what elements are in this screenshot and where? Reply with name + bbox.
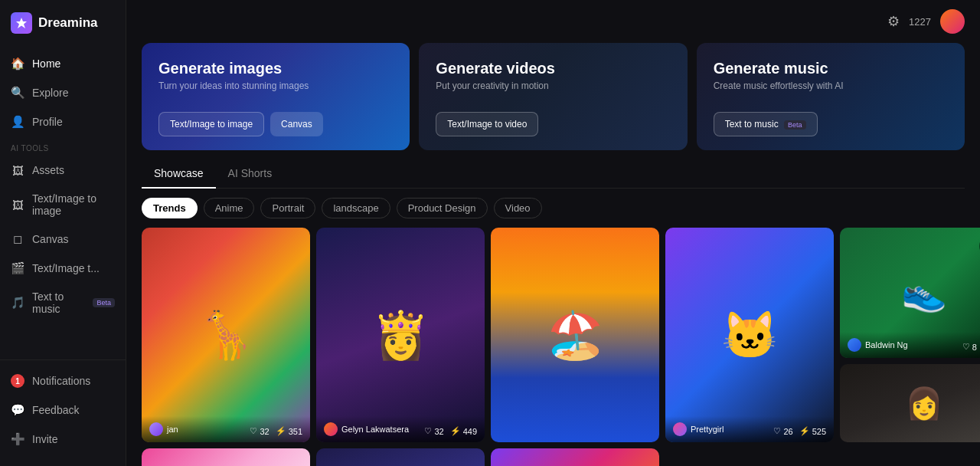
sidebar-item-text-video[interactable]: 🎬 Text/Image t...: [0, 254, 126, 283]
item-stats-sneaker: ♡ 8 ⚡ 1: [962, 342, 980, 352]
sidebar-item-text-music[interactable]: 🎵 Text to music Beta: [0, 283, 126, 323]
gallery-item-mushroom[interactable]: 🍄: [491, 448, 659, 466]
generate-images-buttons: Text/Image to image Canvas: [158, 112, 393, 136]
remixes-cat: ⚡ 525: [799, 426, 826, 436]
sidebar-bottom: 1 Notifications 💬 Feedback ➕ Invite: [0, 359, 126, 460]
generate-images-card: Generate images Turn your ideas into stu…: [142, 43, 410, 150]
gallery-grid: 🦒 jan ♡ 32 ⚡ 351 👸: [142, 228, 965, 466]
text-video-icon: 🎬: [11, 261, 24, 275]
gallery-item-pink[interactable]: 🟣: [142, 448, 310, 466]
item-overlay-sneaker: Baldwin Ng ♡ 8 ⚡ 1: [840, 332, 980, 358]
sidebar-item-text-image-label: Text/Image to image: [32, 192, 115, 217]
item-overlay-giraffe: jan ♡ 32 ⚡ 351: [142, 416, 310, 442]
tabs-area: Showcase AI Shorts Trends Anime Portrait…: [126, 162, 980, 228]
text-image-to-video-button[interactable]: Text/Image to video: [436, 112, 538, 136]
logo[interactable]: Dreamina: [0, 0, 126, 49]
sidebar: Dreamina 🏠 Home 🔍 Explore 👤 Profile AI t…: [0, 0, 126, 466]
assets-icon: 🖼: [11, 163, 24, 177]
ai-tools-section-label: AI tools: [0, 136, 126, 156]
likes-cat: ♡ 26: [773, 426, 792, 436]
filter-portrait[interactable]: Portrait: [260, 198, 315, 218]
item-overlay-cat: Prettygirl ♡ 26 ⚡ 525: [665, 416, 834, 442]
item-stats-giraffe: ♡ 32 ⚡ 351: [250, 426, 302, 436]
text-to-music-button[interactable]: Text to music Beta: [714, 112, 818, 136]
sidebar-item-home[interactable]: 🏠 Home: [0, 49, 126, 78]
sidebar-item-notifications[interactable]: 1 Notifications: [0, 366, 126, 395]
generate-videos-desc: Put your creativity in motion: [436, 80, 670, 91]
sidebar-item-invite[interactable]: ➕ Invite: [0, 425, 126, 454]
author-name-jan: jan: [167, 425, 178, 434]
author-name-gelyn: Gelyn Lakwatsera: [341, 425, 409, 434]
music-beta-badge: Beta: [784, 120, 806, 130]
gallery-item-giraffe[interactable]: 🦒 jan ♡ 32 ⚡ 351: [142, 228, 310, 442]
text-image-icon: 🖼: [11, 198, 24, 212]
gallery-col5: 👟 ▶ Baldwin Ng ♡ 8 ⚡ 1 👩: [840, 228, 980, 442]
sidebar-item-assets[interactable]: 🖼 Assets: [0, 156, 126, 185]
settings-icon[interactable]: ⚙: [887, 13, 900, 30]
tab-ai-shorts[interactable]: AI Shorts: [216, 162, 285, 189]
hero-cards-section: Generate images Turn your ideas into stu…: [126, 43, 980, 162]
item-author-prettygirl: Prettygirl: [673, 422, 724, 436]
item-author-giraffe: jan: [149, 422, 178, 436]
user-avatar[interactable]: [940, 9, 965, 34]
generate-music-desc: Create music effortlessly with AI: [714, 80, 948, 91]
author-avatar-baldwin: [848, 338, 861, 352]
gallery: 🦒 jan ♡ 32 ⚡ 351 👸: [126, 228, 980, 466]
sidebar-navigation: 🏠 Home 🔍 Explore 👤 Profile AI tools 🖼 As…: [0, 49, 126, 466]
sidebar-item-canvas[interactable]: ◻ Canvas: [0, 225, 126, 254]
filter-anime[interactable]: Anime: [204, 198, 255, 218]
author-avatar-gelyn: [324, 422, 338, 436]
tab-showcase[interactable]: Showcase: [142, 162, 216, 189]
notification-count: 1227: [909, 16, 931, 28]
logo-icon: [11, 12, 32, 34]
filter-pills: Trends Anime Portrait landscape Product …: [142, 198, 965, 218]
generate-music-card: Generate music Create music effortlessly…: [697, 43, 965, 150]
sidebar-item-profile-label: Profile: [32, 116, 63, 128]
generate-music-buttons: Text to music Beta: [714, 112, 948, 136]
invite-icon: ➕: [11, 432, 24, 446]
filter-video[interactable]: Video: [494, 198, 542, 218]
generate-images-desc: Turn your ideas into stunning images: [158, 80, 393, 91]
text-image-to-image-button[interactable]: Text/Image to image: [158, 112, 264, 136]
item-author-anime: Gelyn Lakwatsera: [324, 422, 409, 436]
feedback-icon: 💬: [11, 403, 24, 417]
filter-landscape[interactable]: landscape: [322, 198, 390, 218]
sidebar-item-feedback[interactable]: 💬 Feedback: [0, 395, 126, 425]
sidebar-item-text-image[interactable]: 🖼 Text/Image to image: [0, 185, 126, 225]
sidebar-item-home-label: Home: [32, 57, 60, 70]
gallery-item-anime[interactable]: 👸 Gelyn Lakwatsera ♡ 32 ⚡ 449: [316, 228, 485, 442]
filter-trends[interactable]: Trends: [142, 198, 198, 218]
sidebar-item-assets-label: Assets: [32, 164, 64, 176]
gallery-item-sneaker[interactable]: 👟 ▶ Baldwin Ng ♡ 8 ⚡ 1: [840, 228, 980, 358]
item-stats-cat: ♡ 26 ⚡ 525: [773, 426, 826, 436]
likes-giraffe: ♡ 32: [250, 426, 269, 436]
gallery-item-cat-car[interactable]: 🐱 Prettygirl ♡ 26 ⚡ 525: [665, 228, 834, 442]
sidebar-item-canvas-label: Canvas: [32, 233, 68, 245]
filter-product-design[interactable]: Product Design: [397, 198, 488, 218]
gallery-item-beach[interactable]: 🏖️: [491, 228, 659, 442]
author-avatar-prettygirl: [673, 422, 687, 436]
sidebar-item-explore[interactable]: 🔍 Explore: [0, 78, 126, 107]
gallery-item-indian-girl[interactable]: 👩: [840, 364, 980, 442]
canvas-button[interactable]: Canvas: [270, 112, 323, 136]
main-content: ⚙ 1227 Generate images Turn your ideas i…: [126, 0, 980, 466]
sidebar-item-text-video-label: Text/Image t...: [32, 262, 100, 274]
header: ⚙ 1227: [126, 0, 980, 43]
notification-dot: 1: [11, 374, 24, 388]
sidebar-item-profile[interactable]: 👤 Profile: [0, 107, 126, 136]
profile-icon: 👤: [11, 115, 24, 129]
item-overlay-anime: Gelyn Lakwatsera ♡ 32 ⚡ 449: [316, 416, 485, 442]
item-author-baldwin: Baldwin Ng: [848, 338, 908, 352]
author-name-baldwin: Baldwin Ng: [865, 340, 908, 350]
home-icon: 🏠: [11, 57, 24, 71]
logo-text: Dreamina: [38, 15, 97, 31]
remixes-anime: ⚡ 449: [450, 426, 477, 436]
item-stats-anime: ♡ 32 ⚡ 449: [424, 426, 477, 436]
remixes-giraffe: ⚡ 351: [276, 426, 302, 436]
author-name-prettygirl: Prettygirl: [691, 425, 724, 434]
generate-videos-buttons: Text/Image to video: [436, 112, 670, 136]
gallery-item-zebra[interactable]: 🦓: [316, 448, 485, 466]
generate-music-title: Generate music: [714, 60, 948, 77]
sidebar-item-notifications-label: Notifications: [32, 375, 90, 387]
generate-videos-title: Generate videos: [436, 60, 670, 77]
